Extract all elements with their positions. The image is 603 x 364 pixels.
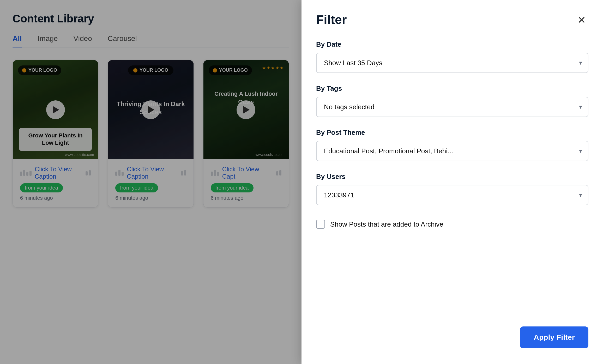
bar [20,172,22,176]
filter-by-tags: By Tags No tags selected ▾ [316,84,588,117]
click-caption-3[interactable]: Click To View Capt [222,166,273,180]
bar [276,171,278,175]
cards-grid: YOUR LOGO Grow Your Plants In Low Light … [13,60,289,208]
content-card-3[interactable]: YOUR LOGO Creating A Lush Indoor Oasis ★… [203,60,289,208]
stars-row-3: ★ ★ ★ ★ ★ [262,65,284,70]
tags-select-wrapper[interactable]: No tags selected ▾ [316,97,588,117]
card-body-1: Click To View Caption from your idea 6 m… [13,159,98,207]
content-card-1[interactable]: YOUR LOGO Grow Your Plants In Low Light … [13,60,98,208]
bar [211,172,213,176]
bar [26,172,28,176]
by-users-label: By Users [316,173,588,181]
card-body-2: Click To View Caption from your idea 6 m… [108,159,193,207]
post-theme-select[interactable]: Educational Post, Promotional Post, Behi… [316,141,588,161]
post-theme-select-wrapper[interactable]: Educational Post, Promotional Post, Behi… [316,141,588,161]
archive-label: Show Posts that are added to Archive [330,220,443,228]
tag-badge-1: from your idea [20,183,63,192]
play-button-1[interactable] [46,100,65,119]
time-ago-2: 6 minutes ago [115,195,186,201]
by-tags-label: By Tags [316,84,588,93]
close-button[interactable] [575,13,588,27]
time-ago-1: 6 minutes ago [20,195,91,201]
filter-title: Filter [316,13,347,27]
tab-carousel[interactable]: Carousel [108,34,137,47]
meta-bars-2 [115,170,124,176]
archive-checkbox[interactable] [316,220,325,229]
main-content: Content Library All Image Video Carousel… [0,0,302,364]
bar [122,172,124,176]
filter-by-users: By Users 12333971 ▾ [316,173,588,205]
tabs-bar: All Image Video Carousel [13,34,289,47]
bar [23,170,25,176]
play-button-2[interactable] [141,100,160,119]
filter-panel: Filter By Date Show Last 35 Days ▾ By Ta… [302,0,603,364]
tab-image[interactable]: Image [38,34,58,47]
bar [86,171,88,175]
logo-badge-2: YOUR LOGO [128,65,173,75]
logo-badge-1: YOUR LOGO [18,65,61,75]
card-meta-2: Click To View Caption [115,166,186,180]
bar [214,170,216,176]
users-select-wrapper[interactable]: 12333971 ▾ [316,185,588,205]
date-select-wrapper[interactable]: Show Last 35 Days ▾ [316,53,588,73]
logo-badge-3: YOUR LOGO [209,65,252,75]
bar [89,170,91,175]
card-meta-1: Click To View Caption [20,166,91,180]
click-caption-1[interactable]: Click To View Caption [35,166,82,180]
website-1: www.coolsite.com [65,153,94,157]
page-title: Content Library [13,13,289,25]
website-3: www.coolsite.com [256,153,285,157]
meta-bars-3 [211,170,219,176]
filter-by-post-theme: By Post Theme Educational Post, Promotio… [316,129,588,161]
card-body-3: Click To View Capt from your idea 6 minu… [203,159,289,207]
tab-video[interactable]: Video [74,34,92,47]
tag-badge-2: from your idea [115,183,158,192]
filter-header: Filter [316,13,588,27]
by-date-label: By Date [316,40,588,48]
time-ago-3: 6 minutes ago [211,195,281,201]
users-select[interactable]: 12333971 [316,185,588,205]
content-card-2[interactable]: YOUR LOGO Thriving Plants In Dark Spaces… [108,60,194,208]
meta-bars-3b [276,170,281,175]
by-post-theme-label: By Post Theme [316,129,588,137]
bar [115,172,117,176]
bar [118,170,120,176]
card-meta-3: Click To View Capt [211,166,281,180]
card-media-1: YOUR LOGO Grow Your Plants In Low Light … [13,60,98,159]
play-button-3[interactable] [237,100,255,119]
tab-all[interactable]: All [13,34,22,47]
card-overlay-text-1: Grow Your Plants In Low Light [19,128,92,151]
tags-select[interactable]: No tags selected [316,97,588,117]
bar [29,171,32,176]
tag-badge-3: from your idea [211,183,254,192]
card-media-2: YOUR LOGO Thriving Plants In Dark Spaces [108,60,193,159]
meta-bars-2b [181,170,186,175]
archive-row: Show Posts that are added to Archive [316,220,588,229]
meta-bars-1 [20,170,32,176]
bar [181,171,183,175]
bar [279,170,281,175]
meta-bars-1b [86,170,91,175]
date-select[interactable]: Show Last 35 Days [316,53,588,73]
bar [184,170,186,175]
card-media-3: YOUR LOGO Creating A Lush Indoor Oasis ★… [203,60,289,159]
bar [217,172,219,176]
filter-by-date: By Date Show Last 35 Days ▾ [316,40,588,73]
click-caption-2[interactable]: Click To View Caption [127,166,178,180]
apply-filter-button[interactable]: Apply Filter [520,326,588,348]
